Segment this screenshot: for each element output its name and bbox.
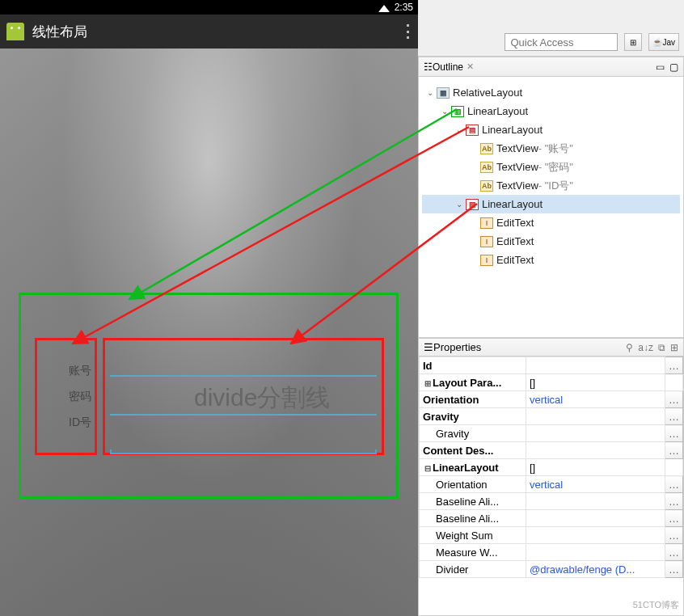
label-password: 密码: [43, 390, 91, 404]
property-name: Orientation: [423, 394, 479, 406]
tree-node-textview[interactable]: AbTextView - "ID号": [422, 176, 680, 195]
property-name: LinearLayout: [433, 462, 499, 474]
property-value[interactable]: vertical: [526, 476, 665, 493]
property-row[interactable]: Id…: [420, 357, 683, 374]
tree-node-edittext[interactable]: IEditText: [422, 213, 680, 232]
java-perspective-button[interactable]: ☕ Jav: [648, 33, 679, 51]
divider-hint-text: divide分割线: [194, 382, 330, 415]
property-more-button[interactable]: …: [665, 425, 683, 442]
property-name: Baseline Ali...: [436, 496, 499, 508]
property-row[interactable]: Baseline Ali...…: [420, 510, 683, 527]
tree-node-edittext[interactable]: IEditText: [422, 232, 680, 251]
quick-access-input[interactable]: [505, 33, 618, 51]
tree-node-label: EditText: [496, 254, 534, 266]
tree-node-linearlayout[interactable]: ⌄▤LinearLayout: [422, 195, 680, 213]
tree-node-relativelayout[interactable]: ⌄▦RelativeLayout: [422, 83, 680, 102]
tree-node-textview[interactable]: AbTextView - "密码": [422, 158, 680, 176]
property-more-button[interactable]: …: [665, 561, 683, 578]
label-id: ID号: [43, 416, 91, 430]
property-value[interactable]: [526, 510, 665, 527]
lin-icon: ▤: [466, 199, 479, 210]
status-bar: 2:35: [0, 0, 418, 15]
props-filter-icon[interactable]: ⚲: [626, 342, 633, 353]
property-name: Content Des...: [423, 445, 493, 457]
properties-header: ☰ Properties ⚲ a↓z ⧉ ⊞: [419, 339, 683, 357]
property-value[interactable]: [526, 527, 665, 544]
property-more-button[interactable]: …: [665, 476, 683, 493]
property-row[interactable]: Content Des...…: [420, 442, 683, 459]
tree-twisty-icon[interactable]: ⌄: [440, 107, 450, 116]
android-emulator: 2:35 线性布局 账号 密码 ID号 divide分割线: [0, 0, 418, 616]
props-expand-icon[interactable]: ⊞: [670, 342, 678, 353]
property-value[interactable]: [526, 408, 665, 425]
property-name: Gravity: [423, 411, 459, 423]
property-row[interactable]: Gravity…: [420, 408, 683, 425]
text-icon: Ab: [480, 162, 493, 173]
labels-column: 账号 密码 ID号: [43, 364, 91, 441]
property-name: Layout Para...: [433, 377, 501, 389]
property-row[interactable]: ⊞Layout Para...[]: [420, 374, 683, 391]
property-value[interactable]: [526, 425, 665, 442]
props-sort-icon[interactable]: a↓z: [638, 342, 653, 353]
minimize-icon[interactable]: ▭: [656, 61, 665, 73]
tree-node-label: EditText: [496, 235, 534, 247]
wifi-icon: [378, 5, 390, 12]
ide-side-panels: ⊞ ☕ Jav ☷ Outline ✕ ▭ ▢ ⌄▦RelativeLayout…: [418, 0, 684, 616]
edittext-id[interactable]: [110, 425, 377, 454]
property-more-button[interactable]: …: [665, 357, 683, 374]
tree-node-linearlayout[interactable]: ⌄▤LinearLayout: [422, 120, 680, 139]
property-row[interactable]: Orientationvertical…: [420, 391, 683, 408]
overflow-menu-icon[interactable]: [407, 24, 410, 39]
edit-icon: I: [480, 236, 493, 247]
property-value[interactable]: []: [526, 459, 665, 476]
outline-tree[interactable]: ⌄▦RelativeLayout⌄▥LinearLayout⌄▤LinearLa…: [419, 77, 683, 272]
edit-icon: I: [480, 255, 493, 266]
property-more-button[interactable]: …: [665, 544, 683, 561]
property-more-button[interactable]: …: [665, 391, 683, 408]
property-name: Orientation: [436, 479, 488, 491]
property-more-button[interactable]: …: [665, 442, 683, 459]
ide-toolbar: ⊞ ☕ Jav: [418, 0, 684, 57]
property-row[interactable]: Measure W...…: [420, 544, 683, 561]
property-more-button[interactable]: …: [665, 527, 683, 544]
property-row[interactable]: Baseline Ali...…: [420, 493, 683, 510]
property-more-button[interactable]: …: [665, 493, 683, 510]
property-value[interactable]: [526, 544, 665, 561]
tree-twisty-icon[interactable]: ⌄: [454, 200, 464, 209]
expand-icon[interactable]: ⊞: [423, 379, 433, 388]
property-value[interactable]: []: [526, 374, 665, 391]
props-advanced-icon[interactable]: ⧉: [658, 342, 665, 353]
property-row[interactable]: Orientationvertical…: [420, 476, 683, 493]
property-value[interactable]: @drawable/fenge (D...: [526, 561, 665, 578]
property-more-button[interactable]: …: [665, 408, 683, 425]
text-icon: Ab: [480, 180, 493, 192]
edittext-account[interactable]: [110, 348, 377, 377]
tree-node-label: LinearLayout: [482, 198, 543, 210]
android-icon: [6, 23, 24, 40]
label-account: 账号: [43, 364, 91, 378]
tree-node-edittext[interactable]: IEditText: [422, 251, 680, 269]
property-name: Weight Sum: [436, 530, 493, 542]
property-row[interactable]: Divider@drawable/fenge (D...…: [420, 561, 683, 578]
close-icon[interactable]: ✕: [467, 61, 474, 72]
tree-node-textview[interactable]: AbTextView - "账号": [422, 139, 680, 158]
tree-twisty-icon[interactable]: ⌄: [425, 88, 435, 97]
property-value[interactable]: vertical: [526, 391, 665, 408]
outline-tab[interactable]: ☷ Outline ✕ ▭ ▢: [419, 57, 683, 77]
properties-grid[interactable]: Id…⊞Layout Para...[]Orientationvertical……: [419, 357, 683, 578]
maximize-icon[interactable]: ▢: [669, 61, 678, 73]
property-name: Divider: [436, 563, 468, 576]
open-perspective-button[interactable]: ⊞: [624, 33, 642, 51]
property-name: Id: [423, 360, 433, 372]
property-value[interactable]: [526, 357, 665, 374]
tree-twisty-icon[interactable]: ⌄: [454, 125, 464, 134]
property-row[interactable]: Weight Sum…: [420, 527, 683, 544]
tree-node-linearlayout[interactable]: ⌄▥LinearLayout: [422, 102, 680, 120]
property-row[interactable]: Gravity…: [420, 425, 683, 442]
properties-panel: ☰ Properties ⚲ a↓z ⧉ ⊞ Id…⊞Layout Para..…: [418, 338, 684, 616]
property-value[interactable]: [526, 493, 665, 510]
property-more-button[interactable]: …: [665, 510, 683, 527]
property-row[interactable]: ⊟LinearLayout[]: [420, 459, 683, 476]
property-value[interactable]: [526, 442, 665, 459]
expand-icon[interactable]: ⊟: [423, 464, 433, 473]
